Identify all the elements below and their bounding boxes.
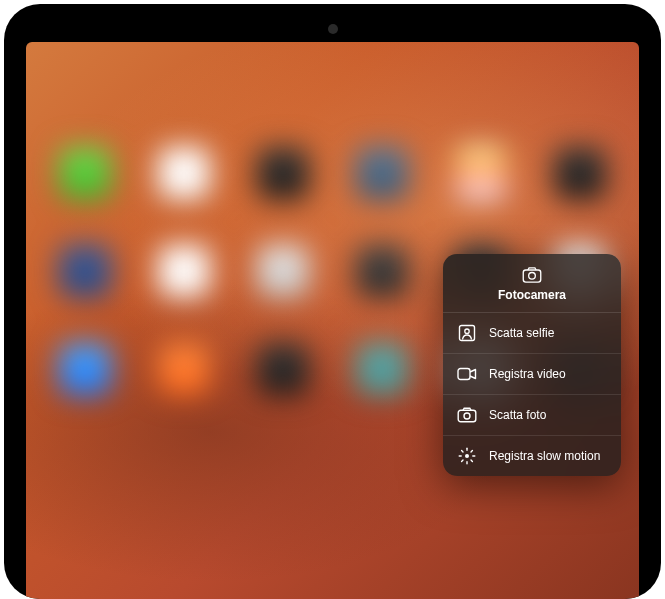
menu-item-label: Scatta selfie xyxy=(489,326,554,340)
app-icon[interactable] xyxy=(356,245,408,297)
svg-point-1 xyxy=(529,273,536,280)
photo-icon xyxy=(457,405,477,425)
menu-item-label: Registra slow motion xyxy=(489,449,600,463)
selfie-icon xyxy=(457,323,477,343)
screen: Fotocamera Scatta selfie xyxy=(26,42,639,599)
svg-rect-4 xyxy=(458,369,470,380)
menu-header: Fotocamera xyxy=(443,254,621,313)
app-icon[interactable] xyxy=(356,343,408,395)
app-icon[interactable] xyxy=(158,245,210,297)
app-icon[interactable] xyxy=(158,343,210,395)
slowmo-icon xyxy=(457,446,477,466)
app-icon[interactable] xyxy=(59,245,111,297)
app-icon[interactable] xyxy=(59,147,111,199)
app-icon[interactable] xyxy=(554,147,606,199)
video-icon xyxy=(457,364,477,384)
front-camera-dot xyxy=(328,24,338,34)
menu-item-label: Registra video xyxy=(489,367,566,381)
app-icon[interactable] xyxy=(455,147,507,199)
camera-quick-actions-menu: Fotocamera Scatta selfie xyxy=(443,254,621,476)
svg-point-6 xyxy=(464,413,470,419)
svg-line-13 xyxy=(462,460,463,461)
menu-item-video[interactable]: Registra video xyxy=(443,354,621,395)
device-frame: Fotocamera Scatta selfie xyxy=(0,0,665,599)
menu-item-slowmo[interactable]: Registra slow motion xyxy=(443,436,621,476)
app-icon[interactable] xyxy=(257,245,309,297)
svg-line-11 xyxy=(462,451,463,452)
menu-title: Fotocamera xyxy=(498,288,566,302)
camera-icon xyxy=(522,268,542,288)
svg-rect-5 xyxy=(458,410,476,422)
menu-item-photo[interactable]: Scatta foto xyxy=(443,395,621,436)
svg-line-12 xyxy=(471,460,472,461)
svg-point-15 xyxy=(465,454,469,458)
app-icon[interactable] xyxy=(59,343,111,395)
svg-rect-0 xyxy=(523,270,541,282)
menu-item-label: Scatta foto xyxy=(489,408,546,422)
app-icon[interactable] xyxy=(158,147,210,199)
svg-line-14 xyxy=(471,451,472,452)
app-icon[interactable] xyxy=(257,147,309,199)
svg-point-3 xyxy=(465,329,469,333)
device-bezel: Fotocamera Scatta selfie xyxy=(4,4,661,599)
menu-item-selfie[interactable]: Scatta selfie xyxy=(443,313,621,354)
app-icon[interactable] xyxy=(257,343,309,395)
app-icon[interactable] xyxy=(356,147,408,199)
